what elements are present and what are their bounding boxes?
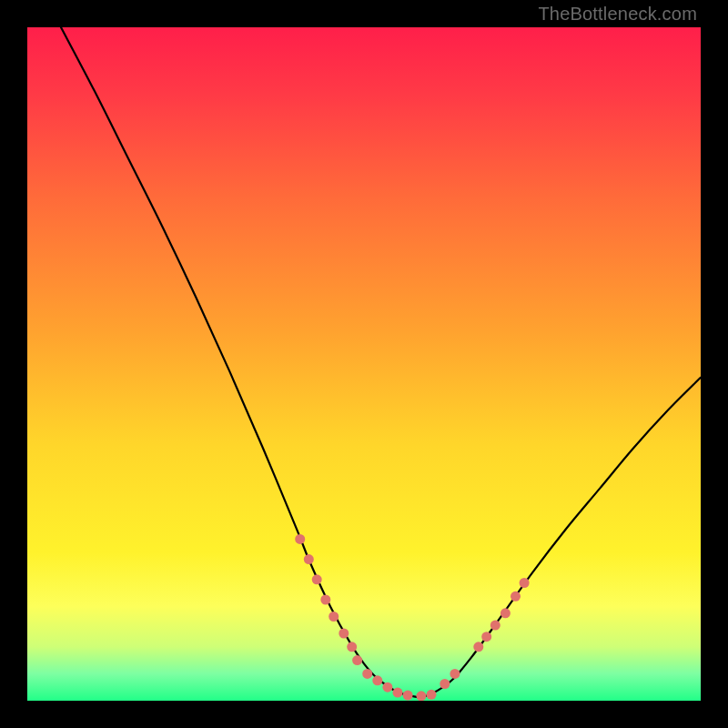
- watermark-text: TheBottleneck.com: [538, 4, 697, 25]
- plot-area: [27, 27, 701, 701]
- marker-dot: [450, 669, 460, 679]
- marker-dot: [312, 574, 322, 584]
- marker-dot: [403, 691, 413, 701]
- marker-dot: [427, 690, 437, 700]
- marker-dot: [473, 642, 483, 652]
- marker-dot: [490, 621, 500, 631]
- curve-right-branch: [418, 378, 701, 698]
- marker-dot: [347, 642, 357, 652]
- marker-dot: [329, 612, 339, 622]
- marker-dot: [339, 629, 349, 639]
- marker-dot: [362, 669, 372, 679]
- marker-dot: [372, 675, 382, 685]
- curve-left-branch: [61, 27, 418, 697]
- marker-dot: [304, 554, 314, 564]
- marker-dot: [320, 595, 330, 605]
- marker-layer: [295, 534, 529, 701]
- chart-svg: [27, 27, 701, 701]
- marker-dot: [440, 679, 450, 689]
- marker-dot: [295, 534, 305, 544]
- marker-dot: [382, 682, 392, 693]
- chart-frame: TheBottleneck.com: [0, 0, 728, 728]
- marker-dot: [500, 608, 511, 618]
- marker-dot: [393, 688, 403, 698]
- marker-dot: [481, 632, 491, 642]
- marker-dot: [352, 655, 362, 665]
- marker-dot: [511, 592, 521, 602]
- curve-layer: [61, 27, 701, 697]
- marker-dot: [416, 691, 426, 701]
- marker-dot: [520, 578, 530, 588]
